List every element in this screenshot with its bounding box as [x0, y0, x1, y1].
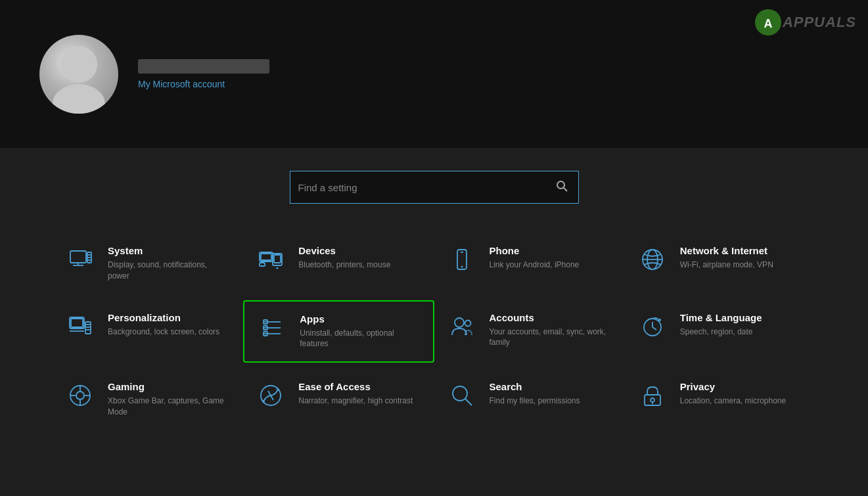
personalization-title: Personalization: [108, 312, 219, 323]
network-subtitle: Wi-Fi, airplane mode, VPN: [680, 259, 773, 271]
personalization-icon: [66, 312, 95, 341]
privacy-title: Privacy: [680, 381, 786, 392]
phone-text: PhoneLink your Android, iPhone: [490, 245, 580, 271]
profile-info: My Microsoft account: [138, 59, 269, 89]
header: My Microsoft account A APPUALS: [0, 0, 868, 148]
devices-icon: [256, 245, 285, 274]
search-input[interactable]: [298, 182, 553, 193]
watermark-text: APPUALS: [783, 14, 856, 31]
svg-text:A: A: [764, 17, 772, 30]
svg-point-17: [277, 267, 279, 269]
gaming-title: Gaming: [108, 381, 230, 392]
apps-subtitle: Uninstall, defaults, optional features: [300, 328, 419, 350]
svg-line-5: [564, 188, 567, 191]
privacy-subtitle: Location, camera, microphone: [680, 395, 786, 407]
devices-subtitle: Bluetooth, printers, mouse: [298, 259, 390, 271]
time-title: Time & Language: [680, 312, 762, 323]
settings-item-ease[interactable]: Ease of AccessNarrator, magnifier, high …: [243, 369, 434, 430]
settings-item-phone[interactable]: PhoneLink your Android, iPhone: [434, 233, 625, 294]
avatar: [39, 35, 118, 114]
settings-item-accounts[interactable]: AccountsYour accounts, email, sync, work…: [434, 300, 625, 363]
settings-item-network[interactable]: Network & InternetWi-Fi, airplane mode, …: [625, 233, 815, 294]
svg-line-55: [465, 399, 472, 405]
search-title: Search: [490, 381, 580, 392]
svg-point-45: [76, 392, 84, 399]
system-icon: [66, 245, 95, 274]
username-bar: [138, 59, 269, 74]
settings-item-time[interactable]: Time & LanguageSpeech, region, date: [625, 300, 815, 363]
apps-text: AppsUninstall, defaults, optional featur…: [300, 313, 419, 350]
svg-point-51: [262, 400, 265, 403]
phone-title: Phone: [490, 245, 580, 256]
time-subtitle: Speech, region, date: [680, 327, 762, 338]
search-text: SearchFind my files, permissions: [490, 381, 580, 407]
svg-point-38: [455, 318, 464, 327]
settings-item-gaming[interactable]: GamingXbox Game Bar, captures, Game Mode: [53, 369, 243, 430]
settings-item-search[interactable]: SearchFind my files, permissions: [434, 369, 625, 430]
system-text: SystemDisplay, sound, notifications, pow…: [108, 245, 230, 282]
svg-rect-18: [274, 255, 281, 263]
personalization-subtitle: Background, lock screen, colors: [108, 327, 219, 338]
ms-account-link[interactable]: My Microsoft account: [138, 79, 269, 89]
apps-title: Apps: [300, 313, 419, 325]
search-box: [290, 171, 579, 204]
search-icon: [447, 381, 476, 410]
devices-text: DevicesBluetooth, printers, mouse: [298, 245, 390, 271]
settings-item-apps[interactable]: AppsUninstall, defaults, optional featur…: [243, 300, 434, 363]
settings-item-system[interactable]: SystemDisplay, sound, notifications, pow…: [53, 233, 243, 294]
gaming-icon: [66, 381, 95, 410]
svg-point-4: [557, 181, 564, 189]
svg-line-42: [652, 327, 656, 330]
watermark: A APPUALS: [754, 8, 856, 37]
system-subtitle: Display, sound, notifications, power: [108, 259, 230, 282]
search-container: [53, 148, 815, 233]
accounts-text: AccountsYour accounts, email, sync, work…: [490, 312, 612, 349]
settings-item-privacy[interactable]: PrivacyLocation, camera, microphone: [625, 369, 815, 430]
settings-item-personalization[interactable]: PersonalizationBackground, lock screen, …: [53, 300, 243, 363]
gaming-subtitle: Xbox Game Bar, captures, Game Mode: [108, 395, 230, 418]
svg-point-1: [53, 84, 105, 114]
main-content: SystemDisplay, sound, notifications, pow…: [0, 148, 868, 496]
ease-text: Ease of AccessNarrator, magnifier, high …: [298, 381, 413, 407]
svg-rect-6: [70, 251, 86, 263]
svg-point-52: [277, 388, 279, 391]
svg-point-43: [658, 319, 661, 321]
phone-icon: [447, 245, 476, 274]
svg-point-39: [465, 320, 470, 326]
ease-icon: [256, 381, 285, 410]
watermark-icon: A: [754, 8, 783, 37]
svg-point-54: [453, 386, 467, 401]
svg-rect-15: [260, 263, 265, 266]
accounts-icon: [447, 312, 476, 341]
ease-subtitle: Narrator, magnifier, high contrast: [298, 395, 413, 407]
privacy-icon: [638, 381, 667, 410]
avatar-image: [39, 35, 118, 114]
time-text: Time & LanguageSpeech, region, date: [680, 312, 762, 338]
privacy-text: PrivacyLocation, camera, microphone: [680, 381, 786, 407]
svg-rect-26: [71, 319, 83, 327]
search-subtitle: Find my files, permissions: [490, 395, 580, 407]
ease-title: Ease of Access: [298, 381, 413, 392]
svg-rect-14: [261, 254, 271, 260]
phone-subtitle: Link your Android, iPhone: [490, 259, 580, 271]
svg-point-0: [60, 46, 97, 83]
devices-title: Devices: [298, 245, 390, 256]
accounts-title: Accounts: [490, 312, 612, 323]
accounts-subtitle: Your accounts, email, sync, work, family: [490, 327, 612, 349]
system-title: System: [108, 245, 230, 256]
svg-rect-28: [85, 322, 91, 334]
network-title: Network & Internet: [680, 245, 773, 256]
network-icon: [638, 245, 667, 274]
settings-item-devices[interactable]: DevicesBluetooth, printers, mouse: [243, 233, 434, 294]
svg-point-57: [651, 398, 654, 402]
gaming-text: GamingXbox Game Bar, captures, Game Mode: [108, 381, 230, 418]
search-button[interactable]: [553, 177, 570, 197]
settings-grid: SystemDisplay, sound, notifications, pow…: [53, 233, 815, 430]
apps-icon: [258, 313, 286, 342]
svg-point-21: [461, 266, 463, 268]
personalization-text: PersonalizationBackground, lock screen, …: [108, 312, 219, 338]
time-icon: [638, 312, 667, 341]
network-text: Network & InternetWi-Fi, airplane mode, …: [680, 245, 773, 271]
